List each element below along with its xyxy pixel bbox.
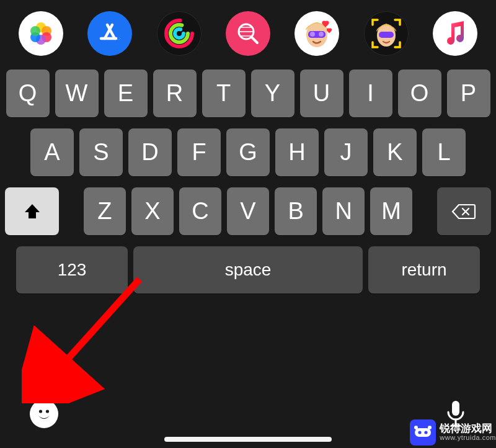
backspace-icon	[451, 202, 476, 221]
svg-point-29	[414, 426, 418, 429]
svg-point-5	[30, 26, 40, 36]
key-u[interactable]: U	[300, 69, 343, 117]
key-n[interactable]: N	[322, 187, 365, 235]
key-label: T	[216, 80, 231, 107]
keyboard: Q W E R T Y U I O P A S D F G H J K L Z …	[0, 63, 496, 293]
activity-rings-icon	[163, 17, 195, 50]
memoji-1-app-icon[interactable]	[294, 11, 339, 56]
key-label: Q	[19, 80, 37, 107]
svg-rect-26	[415, 428, 431, 437]
key-label: O	[410, 80, 429, 107]
memoji-icon	[298, 15, 335, 52]
key-label: 123	[58, 260, 87, 280]
key-o[interactable]: O	[398, 69, 441, 117]
key-m[interactable]: M	[370, 187, 412, 235]
key-label: M	[381, 198, 401, 225]
svg-rect-18	[379, 32, 394, 38]
key-x[interactable]: X	[131, 187, 174, 235]
key-label: I	[367, 80, 374, 107]
key-f[interactable]: F	[177, 128, 221, 176]
key-s[interactable]: S	[79, 128, 123, 176]
key-g[interactable]: G	[226, 128, 270, 176]
svg-point-28	[425, 431, 428, 434]
key-b[interactable]: B	[275, 187, 317, 235]
spacer	[418, 187, 431, 235]
key-c[interactable]: C	[179, 187, 221, 235]
svg-point-9	[175, 29, 184, 38]
svg-rect-22	[452, 401, 459, 416]
app-store-app-icon[interactable]	[87, 11, 132, 56]
key-label: K	[387, 139, 402, 166]
key-label: F	[192, 139, 206, 166]
shift-key[interactable]	[5, 187, 59, 235]
key-label: H	[288, 139, 305, 166]
key-w[interactable]: W	[55, 69, 99, 117]
key-label: G	[239, 139, 257, 166]
activity-app-icon[interactable]	[157, 11, 202, 56]
svg-point-19	[33, 403, 55, 424]
key-label: X	[144, 198, 160, 225]
key-label: Y	[265, 80, 280, 107]
watermark-name: 锐得游戏网	[440, 423, 496, 434]
app-tray	[0, 0, 496, 63]
emoji-smile-icon	[33, 403, 55, 425]
key-a[interactable]: A	[30, 128, 74, 176]
watermark-logo-icon	[410, 419, 436, 446]
key-p[interactable]: P	[447, 69, 490, 117]
home-indicator[interactable]	[164, 437, 332, 442]
photos-app-icon[interactable]	[19, 11, 63, 56]
memoji-2-app-icon[interactable]	[364, 11, 409, 56]
key-label: L	[437, 139, 450, 166]
key-q[interactable]: Q	[6, 69, 50, 117]
key-l[interactable]: L	[422, 128, 466, 176]
watermark-text: 锐得游戏网 www.ytruida.com	[440, 423, 496, 441]
key-i[interactable]: I	[349, 69, 392, 117]
music-note-icon	[443, 20, 467, 47]
svg-point-21	[46, 410, 49, 413]
spacer	[64, 187, 78, 235]
key-r[interactable]: R	[153, 69, 197, 117]
return-key[interactable]: return	[368, 246, 480, 293]
source-watermark: 锐得游戏网 www.ytruida.com	[410, 419, 496, 446]
key-k[interactable]: K	[373, 128, 417, 176]
key-label: Z	[97, 198, 112, 225]
music-app-icon[interactable]	[433, 11, 477, 56]
delete-key[interactable]	[437, 187, 491, 235]
key-label: E	[118, 80, 133, 107]
key-label: return	[401, 260, 446, 280]
search-globe-icon	[234, 20, 262, 47]
key-label: S	[93, 139, 108, 166]
key-d[interactable]: D	[128, 128, 172, 176]
key-label: A	[44, 139, 60, 166]
key-j[interactable]: J	[324, 128, 368, 176]
space-key[interactable]: space	[133, 246, 363, 293]
watermark-url: www.ytruida.com	[440, 434, 496, 442]
memoji-scan-icon	[368, 15, 405, 52]
app-store-icon	[96, 20, 123, 47]
key-label: J	[340, 139, 352, 166]
key-label: V	[240, 198, 255, 225]
photos-icon	[27, 20, 55, 47]
key-row-2: A S D F G H J K L	[5, 128, 491, 176]
key-z[interactable]: Z	[84, 187, 126, 235]
key-row-3: Z X C V B N M	[5, 187, 491, 235]
key-y[interactable]: Y	[251, 69, 294, 117]
numbers-key[interactable]: 123	[16, 246, 128, 293]
svg-point-27	[418, 431, 422, 434]
key-row-1: Q W E R T Y U I O P	[5, 69, 491, 117]
key-h[interactable]: H	[275, 128, 319, 176]
key-label: D	[141, 139, 158, 166]
svg-point-30	[428, 426, 432, 429]
emoji-keyboard-button[interactable]	[30, 400, 58, 428]
key-e[interactable]: E	[104, 69, 148, 117]
search-app-icon[interactable]	[226, 11, 270, 56]
svg-point-16	[319, 32, 324, 37]
key-t[interactable]: T	[202, 69, 246, 117]
shift-icon	[23, 202, 42, 221]
key-label: N	[335, 198, 352, 225]
svg-point-15	[310, 32, 315, 37]
key-label: R	[166, 80, 183, 107]
key-v[interactable]: V	[227, 187, 269, 235]
key-label: B	[288, 198, 303, 225]
key-label: space	[225, 260, 272, 280]
